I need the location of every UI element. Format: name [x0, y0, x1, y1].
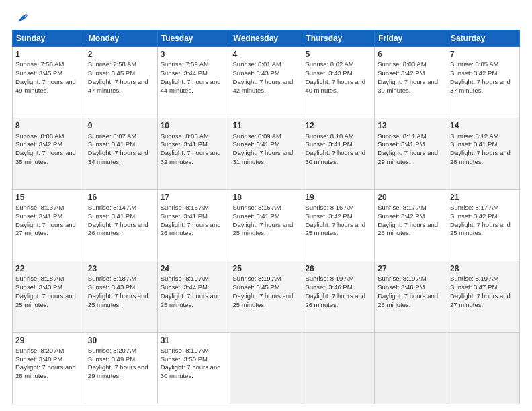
- calendar-cell: 4Sunrise: 8:01 AMSunset: 3:43 PMDaylight…: [230, 47, 302, 118]
- sunrise-label: Sunrise: 8:17 AM: [450, 203, 498, 211]
- calendar-cell: 21Sunrise: 8:17 AMSunset: 3:42 PMDayligh…: [447, 189, 520, 261]
- sunset-label: Sunset: 3:43 PM: [233, 69, 280, 77]
- calendar-cell: 30Sunrise: 8:20 AMSunset: 3:49 PMDayligh…: [85, 332, 157, 404]
- col-header-sunday: Sunday: [13, 30, 85, 47]
- sunrise-label: Sunrise: 8:19 AM: [233, 275, 281, 282]
- daylight-label: Daylight: 7 hours and 25 minutes.: [15, 292, 76, 308]
- logo-bird-icon: [13, 12, 28, 24]
- day-number: 24: [161, 263, 227, 274]
- day-number: 25: [233, 263, 300, 274]
- sunrise-label: Sunrise: 8:18 AM: [88, 275, 136, 282]
- day-number: 19: [305, 192, 371, 203]
- sunset-label: Sunset: 3:41 PM: [233, 140, 280, 148]
- col-header-wednesday: Wednesday: [230, 30, 302, 47]
- daylight-label: Daylight: 7 hours and 34 minutes.: [88, 149, 148, 165]
- calendar-cell: 26Sunrise: 8:19 AMSunset: 3:46 PMDayligh…: [302, 261, 375, 332]
- sunset-label: Sunset: 3:47 PM: [450, 283, 497, 291]
- col-header-monday: Monday: [85, 30, 157, 47]
- col-header-saturday: Saturday: [447, 30, 520, 47]
- calendar-cell: 14Sunrise: 8:12 AMSunset: 3:41 PMDayligh…: [447, 118, 520, 189]
- daylight-label: Daylight: 7 hours and 25 minutes.: [305, 221, 365, 237]
- calendar-cell: 13Sunrise: 8:11 AMSunset: 3:41 PMDayligh…: [375, 118, 447, 189]
- calendar-cell: [375, 332, 447, 404]
- day-number: 5: [305, 49, 371, 60]
- sunset-label: Sunset: 3:42 PM: [450, 212, 497, 220]
- sunrise-label: Sunrise: 8:15 AM: [161, 203, 209, 211]
- calendar-cell: 1Sunrise: 7:56 AMSunset: 3:45 PMDaylight…: [13, 47, 85, 118]
- col-header-tuesday: Tuesday: [157, 30, 230, 47]
- day-number: 6: [378, 49, 444, 60]
- day-number: 17: [161, 192, 227, 203]
- sunrise-label: Sunrise: 8:11 AM: [378, 132, 426, 140]
- calendar-cell: [302, 332, 375, 404]
- sunrise-label: Sunrise: 8:10 AM: [305, 132, 353, 140]
- sunrise-label: Sunrise: 8:16 AM: [305, 203, 353, 211]
- daylight-label: Daylight: 7 hours and 25 minutes.: [233, 221, 294, 237]
- day-number: 16: [88, 192, 154, 203]
- sunset-label: Sunset: 3:41 PM: [233, 212, 280, 220]
- calendar-cell: 19Sunrise: 8:16 AMSunset: 3:42 PMDayligh…: [302, 189, 375, 261]
- sunrise-label: Sunrise: 8:05 AM: [450, 60, 498, 68]
- daylight-label: Daylight: 7 hours and 26 minutes.: [88, 221, 148, 237]
- sunset-label: Sunset: 3:46 PM: [305, 283, 352, 291]
- calendar-cell: 8Sunrise: 8:06 AMSunset: 3:42 PMDaylight…: [13, 118, 85, 189]
- daylight-label: Daylight: 7 hours and 26 minutes.: [305, 292, 365, 308]
- sunset-label: Sunset: 3:48 PM: [15, 355, 62, 363]
- calendar-cell: [230, 332, 302, 404]
- day-number: 28: [450, 263, 517, 274]
- day-number: 15: [15, 192, 82, 203]
- sunset-label: Sunset: 3:45 PM: [15, 69, 62, 77]
- daylight-label: Daylight: 7 hours and 28 minutes.: [450, 149, 511, 165]
- calendar-cell: 17Sunrise: 8:15 AMSunset: 3:41 PMDayligh…: [157, 189, 230, 261]
- sunset-label: Sunset: 3:42 PM: [305, 212, 352, 220]
- sunset-label: Sunset: 3:42 PM: [378, 69, 425, 77]
- daylight-label: Daylight: 7 hours and 31 minutes.: [233, 149, 294, 165]
- daylight-label: Daylight: 7 hours and 35 minutes.: [15, 149, 76, 165]
- sunset-label: Sunset: 3:42 PM: [378, 212, 425, 220]
- sunset-label: Sunset: 3:42 PM: [15, 140, 62, 148]
- sunset-label: Sunset: 3:50 PM: [161, 355, 208, 363]
- daylight-label: Daylight: 7 hours and 27 minutes.: [15, 221, 76, 237]
- day-number: 11: [233, 120, 300, 131]
- calendar-cell: 31Sunrise: 8:19 AMSunset: 3:50 PMDayligh…: [157, 332, 230, 404]
- calendar-cell: 11Sunrise: 8:09 AMSunset: 3:41 PMDayligh…: [230, 118, 302, 189]
- daylight-label: Daylight: 7 hours and 32 minutes.: [161, 149, 221, 165]
- calendar-table: SundayMondayTuesdayWednesdayThursdayFrid…: [12, 30, 520, 404]
- col-header-thursday: Thursday: [302, 30, 375, 47]
- day-number: 1: [15, 49, 82, 60]
- sunrise-label: Sunrise: 8:19 AM: [450, 275, 498, 282]
- sunrise-label: Sunrise: 7:58 AM: [88, 60, 136, 68]
- sunset-label: Sunset: 3:41 PM: [378, 140, 425, 148]
- calendar-cell: 15Sunrise: 8:13 AMSunset: 3:41 PMDayligh…: [13, 189, 85, 261]
- day-number: 26: [305, 263, 371, 274]
- sunset-label: Sunset: 3:43 PM: [305, 69, 352, 77]
- sunrise-label: Sunrise: 8:19 AM: [161, 347, 209, 354]
- day-number: 4: [233, 49, 300, 60]
- day-number: 8: [15, 120, 82, 131]
- daylight-label: Daylight: 7 hours and 25 minutes.: [233, 292, 294, 308]
- calendar-cell: 2Sunrise: 7:58 AMSunset: 3:45 PMDaylight…: [85, 47, 157, 118]
- day-number: 27: [378, 263, 444, 274]
- page: SundayMondayTuesdayWednesdayThursdayFrid…: [0, 0, 532, 411]
- daylight-label: Daylight: 7 hours and 40 minutes.: [305, 78, 365, 94]
- header: [12, 12, 520, 24]
- day-number: 12: [305, 120, 371, 131]
- daylight-label: Daylight: 7 hours and 25 minutes.: [450, 221, 511, 237]
- sunrise-label: Sunrise: 8:13 AM: [15, 203, 64, 211]
- day-number: 29: [15, 335, 82, 346]
- calendar-cell: 16Sunrise: 8:14 AMSunset: 3:41 PMDayligh…: [85, 189, 157, 261]
- sunset-label: Sunset: 3:41 PM: [161, 140, 208, 148]
- calendar-cell: 12Sunrise: 8:10 AMSunset: 3:41 PMDayligh…: [302, 118, 375, 189]
- calendar-cell: 23Sunrise: 8:18 AMSunset: 3:43 PMDayligh…: [85, 261, 157, 332]
- sunrise-label: Sunrise: 8:08 AM: [161, 132, 209, 140]
- sunset-label: Sunset: 3:44 PM: [161, 283, 208, 291]
- daylight-label: Daylight: 7 hours and 47 minutes.: [88, 78, 148, 94]
- sunrise-label: Sunrise: 8:20 AM: [88, 347, 136, 354]
- sunrise-label: Sunrise: 8:19 AM: [378, 275, 426, 282]
- sunrise-label: Sunrise: 8:18 AM: [15, 275, 64, 282]
- day-number: 31: [161, 335, 227, 346]
- day-number: 10: [161, 120, 227, 131]
- calendar-cell: 27Sunrise: 8:19 AMSunset: 3:46 PMDayligh…: [375, 261, 447, 332]
- sunset-label: Sunset: 3:42 PM: [450, 69, 497, 77]
- daylight-label: Daylight: 7 hours and 30 minutes.: [161, 363, 221, 379]
